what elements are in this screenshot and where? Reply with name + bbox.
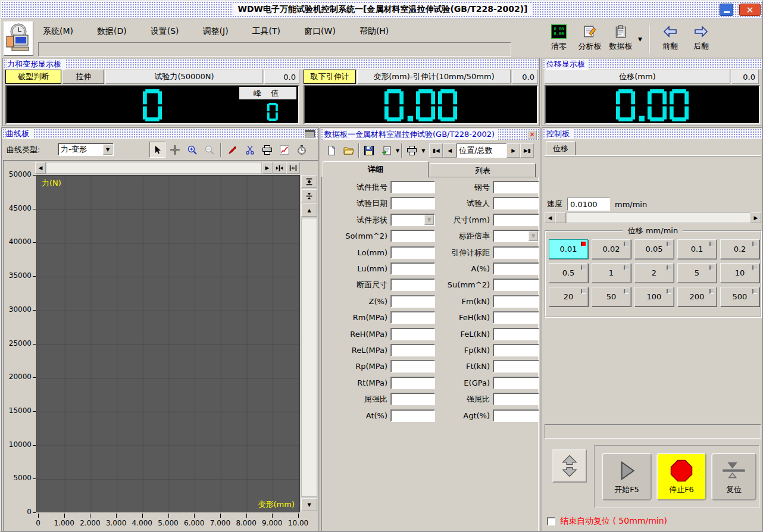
form-input[interactable] bbox=[390, 278, 435, 291]
show-curve-button[interactable] bbox=[276, 142, 292, 158]
hscroll-track[interactable] bbox=[46, 162, 262, 174]
speed-button-50[interactable]: 50 bbox=[592, 287, 631, 306]
save-button[interactable] bbox=[361, 143, 377, 158]
slider-thumb[interactable] bbox=[555, 212, 566, 223]
form-input[interactable] bbox=[493, 278, 539, 291]
timer-button[interactable] bbox=[293, 142, 309, 158]
zoom-in-button[interactable] bbox=[184, 142, 200, 158]
speed-button-5[interactable]: 5 bbox=[677, 263, 717, 283]
crosshair-tool-button[interactable] bbox=[167, 142, 183, 158]
form-combobox[interactable]: ▼ bbox=[493, 230, 539, 242]
speed-button-20[interactable]: 20 bbox=[549, 287, 588, 306]
chart-hscrollbar[interactable]: ◀ ▶ bbox=[35, 162, 300, 174]
tab-displacement[interactable]: 位移 bbox=[546, 141, 576, 156]
page-next-button[interactable]: 后翻 bbox=[686, 23, 717, 52]
menu-item[interactable]: 工具(T) bbox=[252, 26, 280, 37]
slider-left-arrow-icon[interactable]: ◀ bbox=[545, 212, 555, 223]
form-combobox[interactable]: ▼ bbox=[390, 214, 435, 226]
form-input[interactable] bbox=[390, 344, 435, 356]
pen-tool-button[interactable] bbox=[224, 142, 240, 158]
form-input[interactable] bbox=[493, 197, 539, 209]
speed-slider[interactable]: ◀ ▶ bbox=[545, 212, 761, 223]
chevron-down-icon[interactable]: ▼ bbox=[424, 215, 434, 225]
form-input[interactable] bbox=[493, 262, 539, 275]
scroll-up-icon[interactable]: ▲ bbox=[301, 204, 317, 217]
speed-button-0.01[interactable]: 0.01 bbox=[549, 239, 588, 259]
form-input[interactable] bbox=[390, 393, 435, 405]
next-record-button[interactable]: ▶ bbox=[506, 143, 520, 158]
menu-item[interactable]: 帮助(H) bbox=[359, 26, 389, 37]
print-button[interactable] bbox=[404, 143, 420, 158]
menu-item[interactable]: 调整(J) bbox=[203, 26, 229, 37]
app-logo-icon[interactable] bbox=[4, 21, 33, 56]
form-input[interactable] bbox=[493, 377, 539, 389]
chart-plot[interactable]: 力(N) 变形(mm) bbox=[36, 175, 300, 512]
menu-item[interactable]: 设置(S) bbox=[151, 26, 179, 37]
export-dropdown-arrow-icon[interactable]: ▼ bbox=[396, 148, 399, 154]
speed-button-500[interactable]: 500 bbox=[720, 287, 759, 306]
speed-button-100[interactable]: 100 bbox=[634, 287, 674, 306]
form-input[interactable] bbox=[390, 262, 435, 275]
analysis-board-button[interactable]: 分析板 bbox=[574, 23, 605, 52]
tension-button[interactable]: 拉伸 bbox=[62, 70, 104, 84]
break-judge-button[interactable]: 破型判断 bbox=[5, 70, 61, 84]
menu-item[interactable]: 系统(M) bbox=[43, 26, 73, 37]
open-file-button[interactable] bbox=[341, 143, 357, 158]
boards-dropdown-arrow-icon[interactable]: ▼ bbox=[636, 36, 644, 42]
print-curve-button[interactable] bbox=[259, 142, 275, 158]
data-panel-close-icon[interactable]: ✕ bbox=[527, 130, 537, 139]
speed-input[interactable] bbox=[567, 198, 610, 211]
form-input[interactable] bbox=[390, 181, 435, 193]
clear-zero-button[interactable]: 0.000.00 清零 bbox=[543, 23, 574, 52]
form-input[interactable] bbox=[390, 377, 435, 389]
stop-button[interactable]: 停止F6 bbox=[656, 453, 706, 500]
pointer-tool-button[interactable] bbox=[149, 142, 165, 158]
panel-restore-icon[interactable] bbox=[305, 130, 315, 137]
speed-button-0.02[interactable]: 0.02 bbox=[592, 239, 631, 259]
tab-list[interactable]: 列表 bbox=[430, 163, 536, 177]
speed-button-0.05[interactable]: 0.05 bbox=[634, 239, 674, 259]
form-input[interactable] bbox=[390, 295, 435, 308]
jog-up-down-button[interactable] bbox=[552, 449, 587, 483]
menu-item[interactable]: 窗口(W) bbox=[304, 26, 336, 37]
speed-button-200[interactable]: 200 bbox=[677, 287, 717, 306]
minimize-button[interactable] bbox=[720, 4, 733, 16]
speed-button-0.1[interactable]: 0.1 bbox=[677, 239, 717, 259]
auto-reset-checkbox[interactable] bbox=[547, 517, 555, 525]
form-input[interactable] bbox=[493, 246, 539, 259]
tab-detail[interactable]: 详细 bbox=[323, 161, 429, 177]
form-input[interactable] bbox=[390, 409, 435, 422]
form-input[interactable] bbox=[493, 295, 539, 308]
chevron-down-icon[interactable]: ▼ bbox=[529, 231, 538, 241]
form-input[interactable] bbox=[493, 360, 539, 373]
form-input[interactable] bbox=[390, 360, 435, 373]
scroll-left-icon[interactable]: ◀ bbox=[35, 162, 46, 174]
speed-button-0.2[interactable]: 0.2 bbox=[720, 239, 759, 259]
first-record-button[interactable]: ▮◀ bbox=[429, 143, 443, 158]
scroll-down-icon[interactable]: ▼ bbox=[301, 498, 317, 511]
form-input[interactable] bbox=[493, 393, 539, 405]
data-board-button[interactable]: 数据板 bbox=[605, 23, 636, 52]
page-prev-button[interactable]: 前翻 bbox=[655, 23, 686, 52]
form-input[interactable] bbox=[493, 409, 539, 422]
form-input[interactable] bbox=[390, 246, 435, 259]
title-bar[interactable]: WDW电子万能试验机控制系统一[金属材料室温拉伸试验(GB/T228-2002)… bbox=[1, 1, 763, 18]
fit-vertical-expand-button[interactable] bbox=[301, 175, 317, 188]
print-dropdown-arrow-icon[interactable]: ▼ bbox=[421, 148, 425, 154]
form-input[interactable] bbox=[493, 214, 539, 226]
peak-value-button[interactable]: 峰 值 bbox=[239, 86, 297, 100]
slider-track[interactable] bbox=[566, 212, 751, 223]
start-button[interactable]: 开始F5 bbox=[602, 453, 652, 500]
remove-extensometer-button[interactable]: 取下引伸计 bbox=[304, 70, 356, 84]
vscroll-track[interactable] bbox=[301, 218, 317, 497]
chevron-down-icon[interactable]: ▼ bbox=[103, 144, 112, 155]
form-input[interactable] bbox=[493, 328, 539, 340]
fit-horizontal-expand-button[interactable] bbox=[286, 162, 300, 174]
form-input[interactable] bbox=[493, 181, 539, 193]
scroll-right-icon[interactable]: ▶ bbox=[262, 162, 273, 174]
menu-item[interactable]: 数据(D) bbox=[97, 26, 127, 37]
speed-button-2[interactable]: 2 bbox=[634, 263, 674, 283]
form-input[interactable] bbox=[390, 230, 435, 242]
export-report-button[interactable] bbox=[379, 143, 394, 158]
new-file-button[interactable] bbox=[324, 143, 339, 158]
